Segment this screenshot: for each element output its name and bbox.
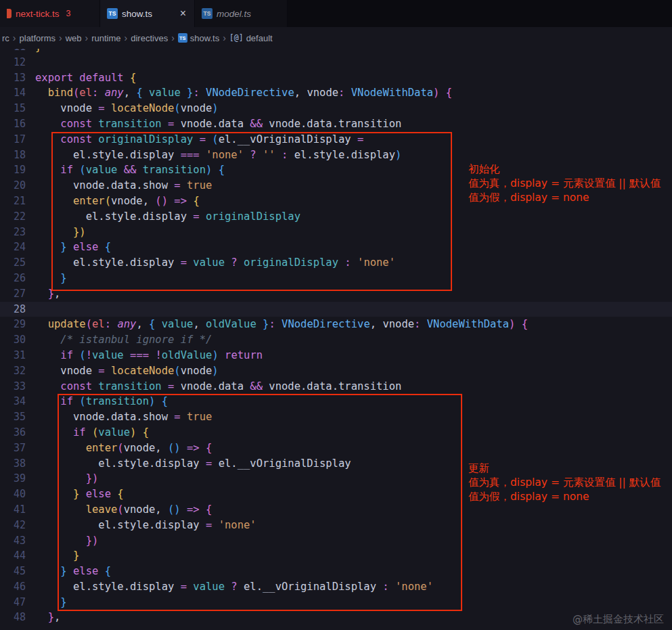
code-text: }) <box>26 535 98 547</box>
code-text: el.style.display = 'none' <box>26 519 256 531</box>
tab-label: show.ts <box>122 9 152 19</box>
code-line[interactable]: 48 }, <box>0 610 672 625</box>
breadcrumb-item-src[interactable]: rc <box>2 33 9 43</box>
tab-next-tick[interactable]: next-tick.ts 3 <box>0 0 100 27</box>
code-line[interactable]: 27 }, <box>0 286 672 302</box>
annotation-line: 值为真，display = 元素设置值 || 默认值 <box>468 177 660 191</box>
code-line[interactable]: 47 } <box>0 595 672 610</box>
tab-model-ts[interactable]: TS model.ts <box>195 0 288 27</box>
tab-label: model.ts <box>217 9 251 19</box>
code-line[interactable]: 35 vnode.data.show = true <box>0 409 672 425</box>
code-text: } else { <box>26 241 111 253</box>
code-line[interactable]: 32 vnode = locateNode(vnode) <box>0 363 672 379</box>
line-number: 39 <box>0 471 26 487</box>
code-text: bind(el: any, { value }: VNodeDirective,… <box>26 87 452 99</box>
line-number: 27 <box>0 286 26 302</box>
line-number: 44 <box>0 548 26 564</box>
code-line[interactable]: 33 const transition = vnode.data && vnod… <box>0 379 672 395</box>
line-number: 42 <box>0 518 26 533</box>
code-line[interactable]: 45 } else { <box>0 564 672 579</box>
code-line[interactable]: 46 el.style.display = value ? el.__vOrig… <box>0 579 672 595</box>
code-line[interactable]: 36 if (value) { <box>0 425 672 441</box>
ts-file-icon-clipped <box>7 9 12 18</box>
code-line[interactable]: 23 }) <box>0 225 672 240</box>
line-number: 38 <box>0 456 26 472</box>
code-line[interactable]: 31 if (!value === !oldValue) return <box>0 348 672 363</box>
code-text: const transition = vnode.data && vnode.d… <box>26 118 401 130</box>
code-text: enter(vnode, () => { <box>26 195 200 207</box>
code-text: }) <box>26 472 98 485</box>
line-number: 20 <box>0 178 26 194</box>
breadcrumb-item-default[interactable]: default <box>246 33 273 43</box>
line-number: 23 <box>0 225 26 240</box>
breadcrumb-item-show-ts[interactable]: show.ts <box>190 33 219 43</box>
code-line[interactable]: 44 } <box>0 548 672 564</box>
line-number: 25 <box>0 255 26 271</box>
line-number: 28 <box>0 302 26 317</box>
code-line[interactable]: 17 const originalDisplay = (el.__vOrigin… <box>0 132 672 148</box>
code-line[interactable]: 29 update(el: any, { value, oldValue }: … <box>0 317 672 332</box>
line-number: 13 <box>0 70 26 86</box>
code-text <box>26 56 35 68</box>
code-line[interactable]: 42 el.style.display = 'none' <box>0 518 672 533</box>
annotation-title: 初始化 <box>468 162 660 177</box>
tab-show-ts[interactable]: TS show.ts × <box>100 0 195 27</box>
code-line[interactable]: 22 el.style.display = originalDisplay <box>0 209 672 225</box>
code-text: el.style.display = el.__vOriginalDisplay <box>26 457 351 470</box>
line-number: 48 <box>0 610 26 625</box>
code-editor[interactable]: 11}1213export default {14 bind(el: any, … <box>0 49 672 630</box>
code-line[interactable]: 41 leave(vnode, () => { <box>0 502 672 518</box>
typescript-file-icon: TS <box>178 33 187 43</box>
code-line[interactable]: 25 el.style.display = value ? originalDi… <box>0 255 672 271</box>
code-line[interactable]: 16 const transition = vnode.data && vnod… <box>0 116 672 132</box>
annotation-line: 值为假，display = none <box>468 191 660 205</box>
chevron-right-icon: › <box>13 32 16 43</box>
breadcrumb: rc › platforms › web › runtime › directi… <box>0 27 672 49</box>
code-line[interactable]: 18 el.style.display === 'none' ? '' : el… <box>0 148 672 163</box>
code-line[interactable]: 37 enter(vnode, () => { <box>0 441 672 456</box>
code-text: leave(vnode, () => { <box>26 503 212 516</box>
code-text <box>26 303 35 315</box>
symbol-default-icon: [@] <box>229 33 244 43</box>
code-line[interactable]: 28 <box>0 302 672 317</box>
line-number: 45 <box>0 564 26 579</box>
breadcrumb-item-platforms[interactable]: platforms <box>20 33 55 43</box>
chevron-right-icon: › <box>85 32 89 43</box>
line-number: 21 <box>0 194 26 209</box>
code-line[interactable]: 11} <box>0 49 672 55</box>
line-number: 11 <box>0 49 26 55</box>
code-text: export default { <box>26 72 136 84</box>
breadcrumb-item-web[interactable]: web <box>66 33 82 43</box>
code-line[interactable]: 30 /* istanbul ignore if */ <box>0 332 672 348</box>
code-line[interactable]: 12 <box>0 55 672 70</box>
tab-label: next-tick.ts <box>16 9 60 19</box>
annotation-text-update: 更新 值为真，display = 元素设置值 || 默认值 值为假，displa… <box>468 462 660 504</box>
chevron-right-icon: › <box>223 32 226 43</box>
typescript-file-icon: TS <box>107 8 118 19</box>
line-number: 19 <box>0 162 26 178</box>
code-line[interactable]: 26 } <box>0 271 672 286</box>
breadcrumb-item-runtime[interactable]: runtime <box>91 33 120 43</box>
vscode-window: next-tick.ts 3 TS show.ts × TS model.ts … <box>0 0 672 630</box>
code-text: vnode.data.show = true <box>26 411 212 423</box>
line-number: 34 <box>0 394 26 409</box>
code-line[interactable]: 13export default { <box>0 70 672 86</box>
code-text: if (!value === !oldValue) return <box>26 349 263 361</box>
line-number: 15 <box>0 101 26 116</box>
close-icon[interactable]: × <box>179 8 187 19</box>
code-line[interactable]: 14 bind(el: any, { value }: VNodeDirecti… <box>0 85 672 101</box>
code-text: } <box>26 272 67 284</box>
code-line[interactable]: 15 vnode = locateNode(vnode) <box>0 101 672 116</box>
code-text: }, <box>26 288 60 300</box>
code-text: } else { <box>26 565 111 577</box>
code-lines: 11}1213export default {14 bind(el: any, … <box>0 49 672 625</box>
code-text: if (transition) { <box>26 395 168 407</box>
line-number: 31 <box>0 348 26 363</box>
code-line[interactable]: 24 } else { <box>0 240 672 255</box>
code-line[interactable]: 34 if (transition) { <box>0 394 672 409</box>
code-text: vnode = locateNode(vnode) <box>26 102 219 114</box>
code-text: el.style.display = originalDisplay <box>26 210 300 223</box>
typescript-file-icon: TS <box>202 8 212 19</box>
code-line[interactable]: 43 }) <box>0 533 672 549</box>
breadcrumb-item-directives[interactable]: directives <box>131 33 168 43</box>
